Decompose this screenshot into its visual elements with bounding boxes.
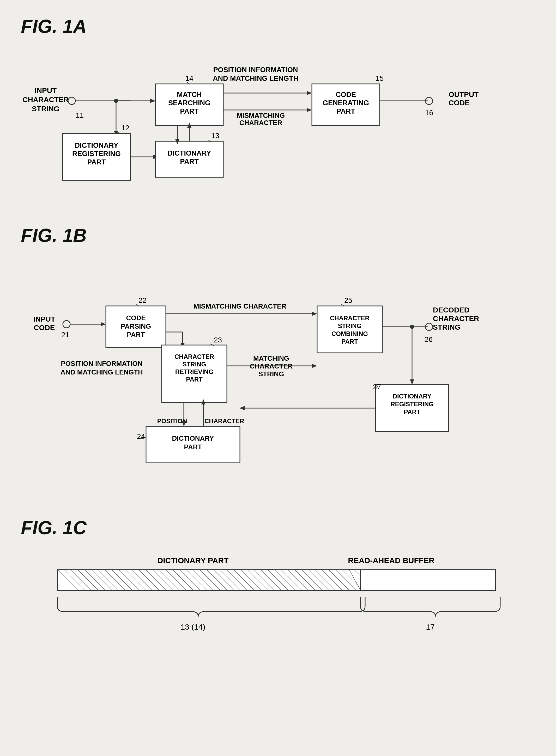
- decoded-label3: STRING: [433, 323, 460, 331]
- output-label1: OUTPUT: [449, 90, 479, 99]
- code-parse-label3: PART: [127, 331, 145, 339]
- dict-reg-label2: REGISTERING: [72, 150, 121, 158]
- dict-b-label2: PART: [184, 443, 202, 451]
- ref21: 21: [61, 331, 69, 339]
- ref16: 16: [425, 109, 433, 117]
- char-combine-label4: PART: [341, 338, 358, 345]
- dict-reg-right-label3: PART: [404, 408, 420, 415]
- fig1a-title: FIG. 1A: [21, 15, 535, 37]
- input-label: INPUT: [35, 86, 57, 95]
- fig1c-diagram: DICTIONARY PART READ-AHEAD BUFFER: [21, 549, 516, 640]
- fig1c-title: FIG. 1C: [21, 517, 535, 538]
- char-combine-label1: CHARACTER: [330, 314, 370, 322]
- dict-reg-label3: PART: [87, 158, 106, 166]
- input-code-label1: INPUT: [33, 315, 55, 323]
- mismatch-arrowhead: [307, 108, 312, 112]
- ref12: 12: [121, 124, 129, 132]
- arrow-to-match: [150, 99, 155, 103]
- fig1b-section: FIG. 1B INPUT CODE 21 CODE PARSING PART …: [21, 225, 535, 491]
- mismatch-label2: CHARACTER: [239, 119, 282, 127]
- dict-label1: DICTIONARY: [168, 149, 211, 157]
- char-combine-label2: STRING: [338, 323, 362, 329]
- ref15: 15: [376, 74, 384, 82]
- input-code-terminal: [63, 320, 70, 328]
- fig1a-section: FIG. 1A INPUT CHARACTER STRING 11 MATCH …: [21, 15, 535, 198]
- ref22: 22: [138, 296, 146, 304]
- fig1a-diagram: INPUT CHARACTER STRING 11 MATCH SEARCHIN…: [21, 47, 516, 198]
- pos-info-b-label1: POSITION INFORMATION: [61, 360, 143, 368]
- readahead-brace: [360, 597, 500, 616]
- dict-reg-right-label2: REGISTERING: [390, 401, 433, 408]
- match-str-label2: CHARACTER: [250, 362, 293, 370]
- mismatch-top-label: MISMATCHING CHARACTER: [194, 302, 286, 310]
- char-retrieve-label3: RETRIEVING: [175, 368, 214, 375]
- dict-reg-right-label1: DICTIONARY: [393, 393, 431, 400]
- dict-reg-to-dict-b-arrow: [239, 406, 245, 410]
- dict-b-label1: DICTIONARY: [172, 434, 214, 442]
- dict-brace: [57, 597, 365, 616]
- ref25: 25: [344, 296, 352, 304]
- char-retrieve-label2: STRING: [182, 361, 206, 368]
- input-label2: CHARACTER: [23, 96, 69, 104]
- pos-info-arrowhead: [307, 91, 312, 95]
- code-parse-label2: PARSING: [121, 323, 151, 330]
- dict-reg-label1: DICTIONARY: [75, 142, 118, 149]
- char-combine-box: [317, 306, 382, 353]
- fig1c-section: FIG. 1C DICTIONARY PART READ-AHEAD BUFFE…: [21, 517, 535, 640]
- input-label3: STRING: [32, 105, 60, 113]
- junction-to-dict-reg-arrow: [410, 379, 414, 385]
- char-str-dict-label1: CHARACTER: [204, 417, 244, 424]
- code-gen-label3: PART: [337, 107, 355, 115]
- dict-part-label: DICTIONARY PART: [158, 556, 229, 565]
- ref24: 24: [137, 432, 145, 441]
- buffer-rect: [57, 570, 495, 591]
- dict-reg-right-box: [376, 385, 449, 431]
- input-to-parse-arrow: [101, 322, 106, 326]
- decoded-label2: CHARACTER: [433, 314, 479, 323]
- match-str-arrow: [312, 364, 317, 368]
- match-label2: SEARCHING: [168, 99, 210, 107]
- char-retrieve-label1: CHARACTER: [174, 353, 214, 360]
- pos-info-b-label2: AND MATCHING LENGTH: [61, 368, 143, 376]
- ref23: 23: [214, 336, 222, 344]
- ref14: 14: [185, 74, 193, 82]
- match-str-label1: MATCHING: [253, 354, 289, 362]
- mismatch-top-arrow: [312, 312, 317, 316]
- input-terminal: [68, 97, 75, 105]
- dict-label2: PART: [180, 158, 199, 165]
- ref17-label: 17: [426, 622, 435, 631]
- code-gen-label2: GENERATING: [323, 99, 369, 107]
- output-label2: CODE: [449, 99, 470, 107]
- code-gen-label1: CODE: [336, 91, 356, 99]
- match-label1: MATCH: [177, 91, 202, 99]
- match-label3: PART: [180, 107, 199, 115]
- ref26: 26: [424, 335, 432, 343]
- ref13: 13: [211, 131, 219, 140]
- mismatch-label: MISMATCHING: [237, 112, 285, 119]
- decoded-label1: DECODED: [433, 306, 470, 314]
- ref11: 11: [76, 111, 84, 119]
- pos-info-label2: AND MATCHING LENGTH: [213, 75, 298, 82]
- pos-info-label1: POSITION INFORMATION: [213, 66, 298, 74]
- ref13-label: 13 (14): [180, 622, 205, 631]
- code-parse-label1: CODE: [126, 314, 145, 322]
- read-ahead-label: READ-AHEAD BUFFER: [348, 556, 435, 565]
- match-str-label3: STRING: [258, 370, 284, 378]
- char-retrieve-label4: PART: [186, 376, 203, 383]
- fig1b-title: FIG. 1B: [21, 225, 535, 246]
- fig1b-diagram: INPUT CODE 21 CODE PARSING PART 22 MISMA…: [21, 257, 516, 491]
- char-combine-label3: COMBINING: [332, 330, 368, 337]
- pos-info-dict-label1: POSITION: [157, 417, 187, 424]
- input-code-label2: CODE: [34, 324, 55, 332]
